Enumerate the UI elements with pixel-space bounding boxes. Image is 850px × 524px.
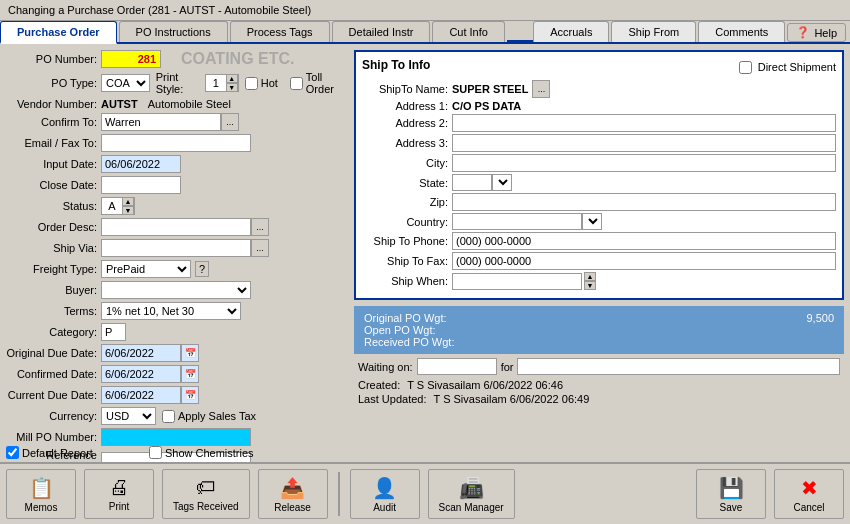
ship-when-up[interactable]: ▲ xyxy=(584,272,596,281)
help-label: Help xyxy=(814,27,837,39)
orig-due-date-input[interactable] xyxy=(101,344,181,362)
cancel-button[interactable]: ✖ Cancel xyxy=(774,469,844,519)
zip-row: Zip: xyxy=(362,193,836,211)
release-button[interactable]: 📤 Release xyxy=(258,469,328,519)
current-due-date-browse[interactable]: 📅 xyxy=(181,386,199,404)
print-style-spinner[interactable]: ▲ ▼ xyxy=(205,74,239,92)
freight-type-select[interactable]: PrePaid xyxy=(101,260,191,278)
help-button[interactable]: ❓ Help xyxy=(787,23,846,42)
memos-button[interactable]: 📋 Memos xyxy=(6,469,76,519)
confirmed-date-input[interactable] xyxy=(101,365,181,383)
default-report-checkbox[interactable] xyxy=(6,446,19,459)
status-spinner[interactable]: A ▲ ▼ xyxy=(101,197,135,215)
last-updated-label: Last Updated: xyxy=(358,393,427,405)
print-style-up[interactable]: ▲ xyxy=(226,74,238,83)
freight-type-label: Freight Type: xyxy=(6,263,101,275)
open-wgt-label: Open PO Wgt: xyxy=(364,324,436,336)
confirm-to-row: Confirm To: ... xyxy=(6,113,346,131)
input-date-input[interactable] xyxy=(101,155,181,173)
apply-sales-tax-checkbox[interactable] xyxy=(162,410,175,423)
toll-order-checkbox-label[interactable]: Toll Order xyxy=(290,71,346,95)
orig-wgt-row: Original PO Wgt: 9,500 xyxy=(364,312,834,324)
bottom-bar: 📋 Memos 🖨 Print 🏷 Tags Received 📤 Releas… xyxy=(0,462,850,524)
created-row: Created: T S Sivasailam 6/06/2022 06:46 xyxy=(354,379,844,391)
address2-input[interactable] xyxy=(452,114,836,132)
orig-wgt-label: Original PO Wgt: xyxy=(364,312,447,324)
ship-when-input[interactable] xyxy=(452,273,582,290)
coating-text: COATING ETC. xyxy=(181,50,294,68)
apply-sales-tax-label[interactable]: Apply Sales Tax xyxy=(162,410,256,423)
scan-manager-button[interactable]: 📠 Scan Manager xyxy=(428,469,515,519)
ship-to-fax-label: Ship To Fax: xyxy=(362,255,452,267)
tab-process-tags[interactable]: Process Tags xyxy=(230,21,330,42)
email-fax-input[interactable] xyxy=(101,134,251,152)
tags-received-button[interactable]: 🏷 Tags Received xyxy=(162,469,250,519)
default-report-label[interactable]: Default Report xyxy=(6,446,93,459)
po-number-row: PO Number: COATING ETC. xyxy=(6,50,346,68)
waiting-row: Waiting on: for xyxy=(354,358,844,375)
toll-order-checkbox[interactable] xyxy=(290,77,303,90)
mill-po-number-row: Mill PO Number: xyxy=(6,428,346,446)
save-button[interactable]: 💾 Save xyxy=(696,469,766,519)
right-panel: Ship To Info Direct Shipment ShipTo Name… xyxy=(354,50,844,438)
close-date-input[interactable] xyxy=(101,176,181,194)
ship-via-browse[interactable]: ... xyxy=(251,239,269,257)
state-input[interactable] xyxy=(452,174,492,191)
status-down[interactable]: ▼ xyxy=(122,206,134,215)
show-chemistries-checkbox[interactable] xyxy=(149,446,162,459)
po-number-input[interactable] xyxy=(101,50,161,68)
ship-to-fax-input[interactable] xyxy=(452,252,836,270)
tab-purchase-order[interactable]: Purchase Order xyxy=(0,21,117,44)
address3-input[interactable] xyxy=(452,134,836,152)
confirmed-date-label: Confirmed Date: xyxy=(6,368,101,380)
confirm-to-browse[interactable]: ... xyxy=(221,113,239,131)
hot-checkbox[interactable] xyxy=(245,77,258,90)
mill-po-number-input[interactable] xyxy=(101,428,251,446)
audit-icon: 👤 xyxy=(372,476,397,500)
main-content: PO Number: COATING ETC. PO Type: COA Pri… xyxy=(0,44,850,444)
tab-cut-info[interactable]: Cut Info xyxy=(432,21,505,42)
for-input[interactable] xyxy=(517,358,840,375)
confirmed-date-browse[interactable]: 📅 xyxy=(181,365,199,383)
state-dropdown[interactable] xyxy=(492,174,512,191)
country-input[interactable] xyxy=(452,213,582,230)
ship-via-input[interactable] xyxy=(101,239,251,257)
order-desc-browse[interactable]: ... xyxy=(251,218,269,236)
direct-shipment-label: Direct Shipment xyxy=(758,61,836,73)
country-dropdown[interactable] xyxy=(582,213,602,230)
tab-ship-from[interactable]: Ship From xyxy=(611,21,696,42)
ship-to-name-row: ShipTo Name: SUPER STEEL ... xyxy=(362,80,836,98)
category-input[interactable] xyxy=(101,323,126,341)
order-desc-input[interactable] xyxy=(101,218,251,236)
terms-select[interactable]: 1% net 10, Net 30 xyxy=(101,302,241,320)
direct-shipment-checkbox[interactable] xyxy=(739,61,752,74)
tab-detailed-instr[interactable]: Detailed Instr xyxy=(332,21,431,42)
hot-checkbox-label[interactable]: Hot xyxy=(245,77,278,90)
buyer-select[interactable] xyxy=(101,281,251,299)
show-chemistries-text: Show Chemistries xyxy=(165,447,254,459)
po-type-select[interactable]: COA xyxy=(101,74,150,92)
tab-po-instructions[interactable]: PO Instructions xyxy=(119,21,228,42)
ship-when-down[interactable]: ▼ xyxy=(584,281,596,290)
city-input[interactable] xyxy=(452,154,836,172)
currency-select[interactable]: USD xyxy=(101,407,156,425)
status-row: Status: A ▲ ▼ xyxy=(6,197,346,215)
orig-due-date-browse[interactable]: 📅 xyxy=(181,344,199,362)
status-up[interactable]: ▲ xyxy=(122,197,134,206)
print-style-down[interactable]: ▼ xyxy=(226,83,238,92)
address1-row: Address 1: C/O PS DATA xyxy=(362,100,836,112)
current-due-date-input[interactable] xyxy=(101,386,181,404)
freight-type-help-btn[interactable]: ? xyxy=(195,261,209,277)
audit-button[interactable]: 👤 Audit xyxy=(350,469,420,519)
show-chemistries-label[interactable]: Show Chemistries xyxy=(149,446,254,459)
zip-input[interactable] xyxy=(452,193,836,211)
ship-via-label: Ship Via: xyxy=(6,242,101,254)
orig-wgt-value: 9,500 xyxy=(806,312,834,324)
ship-to-name-browse[interactable]: ... xyxy=(532,80,550,98)
tab-comments[interactable]: Comments xyxy=(698,21,785,42)
tab-accruals[interactable]: Accruals xyxy=(533,21,609,42)
print-button[interactable]: 🖨 Print xyxy=(84,469,154,519)
waiting-input[interactable] xyxy=(417,358,497,375)
confirm-to-input[interactable] xyxy=(101,113,221,131)
ship-to-phone-input[interactable] xyxy=(452,232,836,250)
